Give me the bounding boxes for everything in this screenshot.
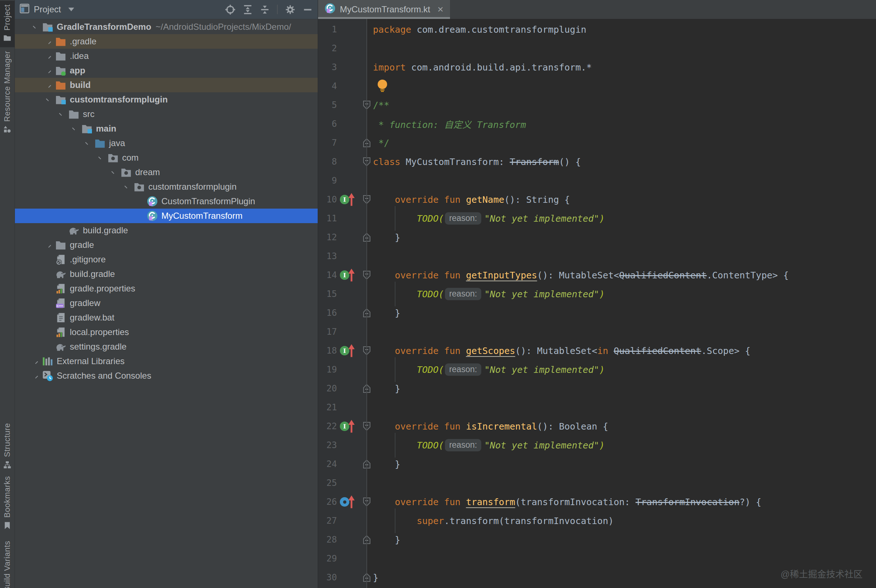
tree-row[interactable]: main [15,122,318,136]
project-window-icon [20,4,30,16]
project-icon [3,34,11,44]
close-icon[interactable]: × [437,4,443,15]
tab-mycustomtransform[interactable]: MyCustomTransform.kt × [318,0,450,19]
chevron-down-icon[interactable] [29,20,42,34]
chevron-right-icon[interactable] [42,238,55,252]
code-line: TODO(reason:"Not yet implemented") [368,436,876,454]
tree-row[interactable]: .gitignore [15,252,318,267]
tree-row[interactable]: build.gradle [15,223,318,238]
tree-row[interactable]: local.properties [15,325,318,339]
chevron-down-icon[interactable] [94,150,108,165]
overrides-method-icon[interactable] [340,495,355,509]
code-line: /** [368,96,876,114]
tree-row[interactable]: build [15,78,318,92]
chevron-right-icon [42,267,55,281]
code-token: */ [373,138,389,148]
code-token: TODO( [373,213,444,224]
chevron-down-icon[interactable] [68,122,81,136]
implements-method-icon[interactable]: I [340,268,355,282]
chevron-down-icon[interactable] [108,165,121,180]
code-token: "Not yet implemented" [484,440,599,451]
tree-row[interactable]: customtransformplugin [15,180,318,194]
tree-item-label: gradlew [70,298,100,308]
tab-title: MyCustomTransform.kt [340,4,430,15]
code-token: ?) { [740,497,761,507]
stripe-item-project[interactable]: Project [0,1,15,47]
code-token: } [373,459,400,470]
parameter-hint: reason: [445,363,482,376]
tree-row[interactable]: External Libraries [15,354,318,369]
code-token: QualifiedContent [619,270,706,280]
tree-item-label: customtransformplugin [70,94,168,105]
settings-icon[interactable] [285,4,296,15]
chevron-down-icon[interactable] [42,92,55,107]
code-line: class MyCustomTransform: Transform() { [368,152,876,171]
implements-method-icon[interactable]: I [340,419,355,433]
tree-row[interactable]: gradlew.bat [15,310,318,325]
project-tree: GradleTransformDemo~/AndroidStudioProjec… [15,19,318,588]
implements-method-icon[interactable]: I [340,344,355,358]
tree-row[interactable]: .gradle [15,34,318,49]
intention-bulb-icon[interactable] [377,80,388,94]
implements-method-icon[interactable]: I [340,193,355,206]
tree-row[interactable]: gradle.properties [15,281,318,296]
chevron-right-icon[interactable] [29,354,42,369]
stripe-item-resource-manager[interactable]: Resource Manager [0,47,15,139]
indent-guide [395,357,396,382]
line-number: 23 [318,436,337,454]
line-number: 27 [318,512,337,530]
tree-row[interactable]: customtransformplugin [15,92,318,107]
editor-tab-bar: MyCustomTransform.kt × [318,0,876,19]
tree-row[interactable]: gradle [15,238,318,252]
collapse-all-icon[interactable] [260,4,270,15]
chevron-down-icon[interactable] [68,8,74,11]
expand-all-icon[interactable] [243,4,253,15]
line-number: 29 [318,549,337,568]
tree-row[interactable]: app [15,63,318,78]
code-area[interactable]: package com.dream.customtransformplugini… [368,19,876,588]
tree-item-label: .gradle [70,36,96,46]
tree-row[interactable]: src [15,107,318,122]
tree-row[interactable]: dream [15,165,318,180]
hide-icon[interactable] [303,5,313,15]
stripe-item-structure[interactable]: Structure [0,419,15,475]
chevron-right-icon[interactable] [42,34,55,49]
tree-item-label: gradle.properties [70,284,135,294]
chevron-right-icon [55,223,68,238]
tree-row[interactable]: java [15,136,318,150]
tree-row[interactable]: settings.gradle [15,339,318,354]
chevron-right-icon[interactable] [42,49,55,63]
tree-row[interactable]: CustomTransformPlugin [15,194,318,208]
tree-row[interactable]: MyCustomTransform [15,208,318,223]
folder-excluded-icon [55,36,66,46]
tree-row[interactable]: .idea [15,49,318,63]
locate-icon[interactable] [225,4,236,15]
package-icon [134,182,145,192]
tree-row[interactable]: build.gradle [15,267,318,281]
tree-row[interactable]: C++gradlew [15,296,318,310]
line-number: 19 [318,360,337,379]
chevron-down-icon[interactable] [121,180,134,194]
chevron-right-icon[interactable] [42,78,55,92]
code-line: } [368,228,876,247]
line-number: 7 [318,134,337,152]
code-token: getInputTypes [466,270,537,280]
line-number: 22 [318,417,337,436]
chevron-right-icon [42,325,55,339]
chevron-down-icon[interactable] [55,107,68,122]
chevron-down-icon[interactable] [81,136,94,150]
line-number: 18 [318,341,337,360]
line-number: 4 [318,76,337,96]
chevron-right-icon[interactable] [29,369,42,383]
tree-row[interactable]: Scratches and Consoles [15,369,318,383]
code-token: override fun [373,497,466,507]
chevron-right-icon[interactable] [42,63,55,78]
stripe-item-bookmarks[interactable]: Bookmarks [0,472,15,535]
line-number: 1 [318,20,337,39]
tree-row[interactable]: com [15,150,318,165]
stripe-item-build-variants[interactable]: Build Variants [0,537,15,588]
properties-icon [55,327,66,338]
code-token: override fun [373,194,466,205]
tree-item-label: External Libraries [57,356,124,366]
tree-row[interactable]: GradleTransformDemo~/AndroidStudioProjec… [15,20,318,34]
